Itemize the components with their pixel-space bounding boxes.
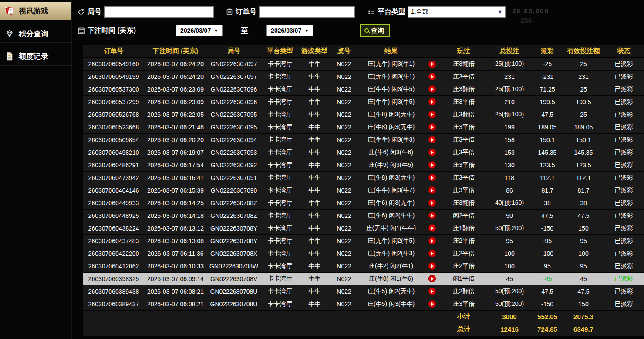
- cell-payout: -95: [531, 234, 563, 247]
- replay-play-button[interactable]: [428, 250, 436, 257]
- table-row[interactable]: 260307060523668 2026-03-07 06:21:46 GN02…: [83, 121, 644, 133]
- round-number-input[interactable]: [104, 6, 214, 18]
- cell-replay: [424, 209, 440, 222]
- query-button[interactable]: 查询: [360, 24, 390, 37]
- replay-play-button[interactable]: [428, 224, 436, 232]
- table-row[interactable]: 260307060398325 2026-03-07 06:09:14 GN02…: [83, 272, 644, 285]
- replay-play-button[interactable]: [428, 161, 436, 169]
- cell-result: 庄(牛6) 闲2(牛牛): [358, 209, 424, 222]
- replay-play-button[interactable]: [428, 262, 436, 270]
- table-row[interactable]: 260307060389437 2026-03-07 06:08:21 GN02…: [83, 298, 644, 310]
- table-row[interactable]: 260307060389438 2026-03-07 06:08:21 GN02…: [83, 285, 644, 298]
- cell-total-bet: 25(预:100): [488, 108, 531, 121]
- cell-order-number: 260307060398325: [83, 272, 145, 285]
- replay-play-button[interactable]: [428, 111, 436, 118]
- cell-order-number: 260307060509854: [83, 133, 145, 146]
- cell-replay: [424, 58, 440, 70]
- replay-play-button[interactable]: [428, 300, 436, 308]
- play-triangle-icon: [431, 151, 434, 154]
- table-row[interactable]: 260307060498210 2026-03-07 06:19:07 GN02…: [83, 146, 644, 159]
- cell-playtype: 庄3平倍: [440, 133, 488, 146]
- replay-play-button[interactable]: [428, 61, 436, 68]
- replay-play-button[interactable]: [428, 85, 436, 93]
- replay-play-button[interactable]: [428, 199, 436, 207]
- cell-table-number: N022: [330, 184, 358, 197]
- cell-round-number: GN02226307092: [206, 159, 261, 171]
- cell-payout: -100: [531, 247, 563, 260]
- subtotal-status-spacer: [604, 310, 644, 323]
- table-row[interactable]: 260307060438224 2026-03-07 06:13:12 GN02…: [83, 222, 644, 234]
- table-row[interactable]: 260307060412062 2026-03-07 06:10:33 GN02…: [83, 260, 644, 272]
- replay-play-button[interactable]: [428, 186, 436, 194]
- cell-bet-time: 2026-03-07 06:24:20: [145, 58, 206, 70]
- replay-play-button[interactable]: [428, 212, 436, 219]
- table-row[interactable]: 260307060422200 2026-03-07 06:11:36 GN02…: [83, 247, 644, 260]
- cell-payout: 47.5: [531, 209, 563, 222]
- platform-type-select[interactable]: 1.全部 ▼: [408, 6, 506, 18]
- table-row[interactable]: 260307060537299 2026-03-07 06:23:09 GN02…: [83, 95, 644, 108]
- col-header-result: 结果: [358, 45, 424, 58]
- cell-playtype: 庄3平倍: [440, 70, 488, 83]
- sidebar-item-video-games[interactable]: 9♠ 视讯游戏: [0, 2, 71, 20]
- cell-valid-bet: 25: [563, 108, 604, 121]
- table-row[interactable]: 260307060509854 2026-03-07 06:20:20 GN02…: [83, 133, 644, 146]
- cell-status: 已派彩: [604, 58, 644, 70]
- table-row[interactable]: 260307060526768 2026-03-07 06:22:05 GN02…: [83, 108, 644, 121]
- cell-replay: [424, 146, 440, 159]
- cell-valid-bet: 38: [563, 197, 604, 209]
- table-row[interactable]: 260307060437483 2026-03-07 06:13:08 GN02…: [83, 234, 644, 247]
- table-row[interactable]: 260307060449933 2026-03-07 06:14:25 GN02…: [83, 197, 644, 209]
- replay-play-button[interactable]: [428, 288, 436, 295]
- platform-type-selected-value: 1.全部: [411, 8, 428, 16]
- total-spacer: [83, 323, 440, 336]
- cell-total-bet: 40(预:160): [488, 197, 531, 209]
- cell-game-type: 牛牛: [299, 209, 330, 222]
- cell-playtype: 庄3平倍: [440, 159, 488, 171]
- cell-valid-bet: 95: [563, 260, 604, 272]
- cell-table-number: N022: [330, 234, 358, 247]
- table-row[interactable]: 260307060549160 2026-03-07 06:24:20 GN02…: [83, 58, 644, 70]
- replay-play-button[interactable]: [428, 73, 436, 80]
- cell-table-number: N022: [330, 108, 358, 121]
- cell-replay: [424, 197, 440, 209]
- order-number-input[interactable]: [259, 6, 355, 18]
- replay-play-button[interactable]: [428, 275, 436, 282]
- sidebar-item-points-query[interactable]: 积分查询: [0, 25, 71, 43]
- table-row[interactable]: 260307060464146 2026-03-07 06:15:39 GN02…: [83, 184, 644, 197]
- cell-platform-type: 卡卡湾厅: [261, 247, 299, 260]
- cell-playtype: 庄2翻倍: [440, 285, 488, 298]
- table-row[interactable]: 260307060473942 2026-03-07 06:16:41 GN02…: [83, 171, 644, 184]
- cell-playtype: 闲1平倍: [440, 272, 488, 285]
- table-row[interactable]: 260307060448925 2026-03-07 06:14:18 GN02…: [83, 209, 644, 222]
- cell-total-bet: 50(预:200): [488, 285, 531, 298]
- replay-play-button[interactable]: [428, 98, 436, 105]
- replay-play-button[interactable]: [428, 174, 436, 181]
- sidebar-item-credit-records[interactable]: 额度记录: [0, 47, 71, 66]
- play-triangle-icon: [431, 189, 434, 192]
- date-from-value: 2026/03/07: [180, 27, 211, 34]
- cell-valid-bet: 47.5: [563, 285, 604, 298]
- cell-playtype: 庄2平倍: [440, 234, 488, 247]
- replay-play-button[interactable]: [428, 123, 436, 131]
- table-row[interactable]: 260307060486291 2026-03-07 06:17:54 GN02…: [83, 159, 644, 171]
- play-triangle-icon: [431, 163, 434, 167]
- cell-playtype: 庄3翻倍: [440, 58, 488, 70]
- table-row[interactable]: 260307060549159 2026-03-07 06:24:20 GN02…: [83, 70, 644, 83]
- date-to-picker[interactable]: 2026/03/07 ▼: [266, 25, 313, 36]
- cell-payout: -25: [531, 58, 563, 70]
- cell-status: 已派彩: [604, 197, 644, 209]
- playing-cards-icon: 9♠: [4, 6, 15, 16]
- cell-order-number: 260307060498210: [83, 146, 145, 159]
- cell-order-number: 260307060526768: [83, 108, 145, 121]
- play-triangle-icon: [431, 239, 434, 243]
- replay-play-button[interactable]: [428, 149, 436, 156]
- cell-platform-type: 卡卡湾厅: [261, 159, 299, 171]
- replay-play-button[interactable]: [428, 136, 436, 143]
- replay-play-button[interactable]: [428, 237, 436, 244]
- play-triangle-icon: [431, 113, 434, 116]
- table-row[interactable]: 260307060537300 2026-03-07 06:23:09 GN02…: [83, 83, 644, 95]
- cell-status: 已派彩: [604, 146, 644, 159]
- play-triangle-icon: [431, 302, 434, 306]
- date-from-picker[interactable]: 2026/03/07 ▼: [176, 25, 223, 36]
- col-header-replay: [424, 45, 440, 58]
